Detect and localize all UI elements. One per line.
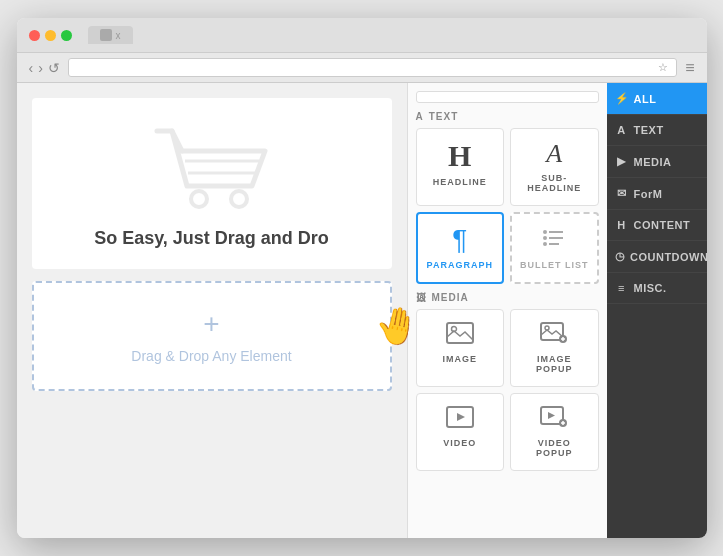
- video-popup-card[interactable]: VIDEO POPUP: [510, 393, 599, 471]
- traffic-lights: [29, 30, 72, 41]
- media-section-icon: 🖼: [416, 292, 427, 303]
- menu-icon[interactable]: ≡: [685, 59, 694, 77]
- countdown-icon: ◷: [615, 250, 626, 263]
- video-popup-label: VIDEO POPUP: [519, 438, 590, 458]
- drop-zone[interactable]: + Drag & Drop Any Element: [32, 281, 392, 391]
- sidebar-item-all[interactable]: ⚡ ALL: [607, 83, 707, 115]
- media-section-title: MEDIA: [432, 292, 469, 303]
- hero-section: So Easy, Just Drag and Dro: [32, 98, 392, 269]
- image-popup-card[interactable]: IMAGE POPUP: [510, 309, 599, 387]
- bookmark-icon[interactable]: ☆: [658, 61, 668, 74]
- all-icon: ⚡: [615, 92, 629, 105]
- drop-zone-plus-icon: +: [203, 308, 219, 340]
- headline-label: HEADLINE: [433, 177, 487, 187]
- video-card[interactable]: VIDEO: [416, 393, 505, 471]
- text-icon: A: [615, 124, 629, 136]
- sidebar-item-media-label: MEDIA: [634, 156, 672, 168]
- media-icon: ▶: [615, 155, 629, 168]
- svg-marker-18: [457, 413, 465, 421]
- video-icon: [446, 406, 474, 432]
- sidebar-item-misc-label: MISC.: [634, 282, 667, 294]
- tab-favicon: [100, 29, 112, 41]
- svg-point-4: [543, 230, 547, 234]
- headline-icon: H: [448, 141, 471, 171]
- drop-zone-text: Drag & Drop Any Element: [131, 348, 291, 364]
- sub-headline-label: SUB-HEADLINE: [519, 173, 590, 193]
- sidebar-item-countdown[interactable]: ◷ COUNTDOWN: [607, 241, 707, 273]
- nav-buttons: ‹ › ↺: [29, 60, 60, 76]
- sidebar-item-form[interactable]: ✉ ForM: [607, 178, 707, 210]
- browser-window: x ‹ › ↺ ☆ ≡: [17, 18, 707, 538]
- text-section-title: TEXT: [429, 111, 459, 122]
- browser-chrome: x: [17, 18, 707, 53]
- sidebar-item-all-label: ALL: [634, 93, 657, 105]
- svg-point-3: [231, 191, 247, 207]
- text-section-icon: A: [416, 111, 424, 122]
- maximize-button[interactable]: [61, 30, 72, 41]
- cart-icon: [147, 121, 277, 216]
- misc-icon: ≡: [615, 282, 629, 294]
- paragraph-icon: ¶: [452, 226, 467, 254]
- bullet-list-icon: [542, 226, 566, 254]
- sidebar-item-countdown-label: COUNTDOWN: [630, 251, 707, 263]
- sidebar-nav: ⚡ ALL A TEXT ▶ MEDIA ✉ ForM H CONTENT: [607, 83, 707, 538]
- sidebar-item-content[interactable]: H CONTENT: [607, 210, 707, 241]
- browser-content: So Easy, Just Drag and Dro + Drag & Drop…: [17, 83, 707, 538]
- svg-point-2: [191, 191, 207, 207]
- forward-button[interactable]: ›: [38, 60, 43, 76]
- address-bar-row: ‹ › ↺ ☆ ≡: [17, 53, 707, 83]
- headline-card[interactable]: H HEADLINE: [416, 128, 505, 206]
- video-label: VIDEO: [443, 438, 476, 448]
- form-icon: ✉: [615, 187, 629, 200]
- panel: A TEXT H HEADLINE A SUB-HEADLINE: [407, 83, 707, 538]
- text-section-label: A TEXT: [416, 111, 599, 122]
- svg-rect-7: [549, 237, 563, 239]
- svg-marker-20: [548, 412, 555, 419]
- tab-bar: x: [88, 26, 695, 44]
- sub-headline-icon: A: [546, 141, 562, 167]
- content-icon: H: [615, 219, 629, 231]
- cart-icon-container: [142, 118, 282, 218]
- editor-area: So Easy, Just Drag and Dro + Drag & Drop…: [17, 83, 407, 538]
- search-bar-mini[interactable]: [416, 91, 599, 103]
- close-button[interactable]: [29, 30, 40, 41]
- hero-text: So Easy, Just Drag and Dro: [94, 228, 329, 249]
- bullet-list-card[interactable]: BULLET LIST: [510, 212, 599, 284]
- sidebar-item-content-label: CONTENT: [634, 219, 691, 231]
- paragraph-label: PARAGRAPH: [427, 260, 493, 270]
- svg-point-8: [543, 242, 547, 246]
- video-popup-icon: [540, 406, 568, 432]
- media-elements-grid: IMAGE: [416, 309, 599, 471]
- image-icon: [446, 322, 474, 348]
- back-button[interactable]: ‹: [29, 60, 34, 76]
- svg-rect-9: [549, 243, 559, 245]
- text-elements-grid: H HEADLINE A SUB-HEADLINE ¶ PARAGRAPH: [416, 128, 599, 284]
- browser-tab[interactable]: x: [88, 26, 133, 44]
- media-section-label: 🖼 MEDIA: [416, 292, 599, 303]
- sidebar-item-text[interactable]: A TEXT: [607, 115, 707, 146]
- sidebar-item-text-label: TEXT: [634, 124, 664, 136]
- sidebar-item-form-label: ForM: [634, 188, 663, 200]
- svg-point-6: [543, 236, 547, 240]
- tab-close-icon[interactable]: x: [116, 30, 121, 41]
- elements-panel: A TEXT H HEADLINE A SUB-HEADLINE: [408, 83, 607, 538]
- refresh-button[interactable]: ↺: [48, 60, 60, 76]
- minimize-button[interactable]: [45, 30, 56, 41]
- image-popup-label: IMAGE POPUP: [519, 354, 590, 374]
- svg-rect-5: [549, 231, 563, 233]
- address-bar[interactable]: ☆: [68, 58, 677, 77]
- paragraph-card[interactable]: ¶ PARAGRAPH: [416, 212, 505, 284]
- image-popup-icon: [540, 322, 568, 348]
- sidebar-item-misc[interactable]: ≡ MISC.: [607, 273, 707, 304]
- sub-headline-card[interactable]: A SUB-HEADLINE: [510, 128, 599, 206]
- bullet-list-label: BULLET LIST: [520, 260, 589, 270]
- sidebar-item-media[interactable]: ▶ MEDIA: [607, 146, 707, 178]
- image-card[interactable]: IMAGE: [416, 309, 505, 387]
- image-label: IMAGE: [442, 354, 477, 364]
